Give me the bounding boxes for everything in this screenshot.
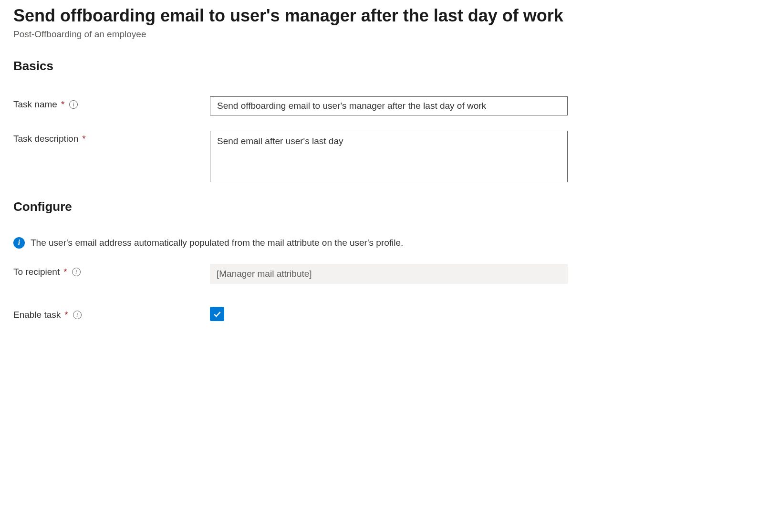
task-name-row: Task name * i bbox=[13, 96, 746, 115]
configure-heading: Configure bbox=[13, 199, 746, 214]
task-name-input[interactable] bbox=[210, 96, 568, 115]
info-banner: i The user's email address automatically… bbox=[13, 237, 746, 249]
page-subtitle: Post-Offboarding of an employee bbox=[13, 29, 746, 40]
info-filled-icon: i bbox=[13, 237, 25, 249]
enable-task-row: Enable task * i bbox=[13, 307, 746, 321]
task-name-label-text: Task name bbox=[13, 99, 57, 110]
info-icon[interactable]: i bbox=[69, 100, 78, 109]
required-indicator: * bbox=[64, 310, 68, 320]
checkmark-icon bbox=[212, 309, 222, 319]
required-indicator: * bbox=[61, 99, 64, 110]
info-icon[interactable]: i bbox=[72, 268, 81, 276]
info-banner-text: The user's email address automatically p… bbox=[31, 238, 403, 248]
enable-task-checkbox[interactable] bbox=[210, 307, 224, 321]
page-title: Send offboarding email to user's manager… bbox=[13, 5, 746, 27]
required-indicator: * bbox=[63, 267, 67, 277]
task-description-label: Task description * bbox=[13, 131, 210, 144]
enable-task-label-text: Enable task bbox=[13, 310, 61, 320]
task-description-row: Task description * bbox=[13, 131, 746, 184]
to-recipient-label-text: To recipient bbox=[13, 267, 60, 277]
enable-task-label: Enable task * i bbox=[13, 307, 210, 320]
to-recipient-row: To recipient * i bbox=[13, 264, 746, 284]
task-description-input[interactable] bbox=[210, 131, 568, 182]
info-icon[interactable]: i bbox=[73, 311, 82, 319]
basics-heading: Basics bbox=[13, 59, 746, 73]
required-indicator: * bbox=[82, 134, 85, 144]
task-description-label-text: Task description bbox=[13, 134, 78, 144]
to-recipient-field bbox=[210, 264, 568, 284]
task-name-label: Task name * i bbox=[13, 96, 210, 110]
to-recipient-label: To recipient * i bbox=[13, 264, 210, 277]
